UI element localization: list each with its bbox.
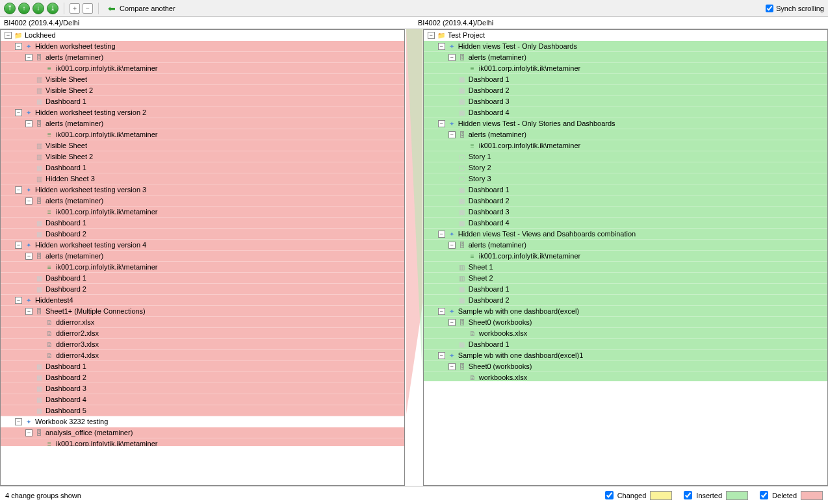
tree-row[interactable]: −✦Hidden views Test - Only Dashboards xyxy=(424,41,827,52)
tree-row[interactable]: 🗎workbooks.xlsx xyxy=(424,328,827,339)
expand-toggle[interactable]: − xyxy=(15,109,22,116)
expand-toggle[interactable]: − xyxy=(25,120,32,127)
expand-toggle[interactable]: − xyxy=(448,54,456,61)
expand-toggle[interactable]: − xyxy=(25,253,32,260)
tree-row[interactable]: ≡ik001.corp.infolytik.ik\metaminer xyxy=(1,129,404,140)
collapse-all-button[interactable]: − xyxy=(83,3,93,14)
tree-row[interactable]: −🗄Sheet0 (workbooks) xyxy=(424,317,827,328)
expand-toggle[interactable]: − xyxy=(438,308,445,315)
tree-row[interactable]: ▦Dashboard 2 xyxy=(424,85,827,96)
tree-row[interactable]: ▦Dashboard 2 xyxy=(1,284,404,295)
tree-row[interactable]: ▦Dashboard 2 xyxy=(424,195,827,207)
tree-row[interactable]: −✦Hidden views Test - Views and Dsahboar… xyxy=(424,229,827,240)
tree-row[interactable]: −🗄alerts (metaminer) xyxy=(1,251,404,262)
expand-toggle[interactable]: − xyxy=(448,319,456,326)
last-diff-button[interactable]: ⤓ xyxy=(47,3,58,14)
expand-toggle[interactable]: − xyxy=(25,429,32,436)
tree-row[interactable]: −🗄Sheet1+ (Multiple Connections) xyxy=(1,306,404,317)
tree-row[interactable]: ≡ik001.corp.infolytik.ik\metaminer xyxy=(1,207,404,218)
tree-row[interactable]: −🗄analysis_office (metaminer) xyxy=(1,427,404,438)
tree-row[interactable]: 🗎ddierror3.xlsx xyxy=(1,339,404,350)
compare-another-link[interactable]: Compare another xyxy=(120,5,175,12)
expand-all-button[interactable]: ＋ xyxy=(70,3,80,14)
tree-row[interactable]: ▥Visible Sheet xyxy=(1,140,404,151)
tree-row[interactable]: ≡ik001.corp.infolytik.ik\metaminer xyxy=(1,63,404,74)
tree-row[interactable]: −🗄alerts (metaminer) xyxy=(1,52,404,63)
tree-row[interactable]: ▦Dashboard 2 xyxy=(1,229,404,240)
tree-row[interactable]: ▦Dashboard 4 xyxy=(1,394,404,405)
tree-row[interactable]: ▦Dashboard 4 xyxy=(424,218,827,229)
tree-row[interactable]: ▦Dashboard 2 xyxy=(424,295,827,306)
expand-toggle[interactable]: − xyxy=(15,418,22,425)
tree-row[interactable]: −🗄alerts (metaminer) xyxy=(424,129,827,140)
tree-row[interactable]: ▦Dashboard 1 xyxy=(424,339,827,350)
tree-row[interactable]: ▦Dashboard 1 xyxy=(424,284,827,295)
tree-row[interactable]: ≡ik001.corp.infolytik.ik\metaminer xyxy=(1,262,404,273)
tree-row[interactable]: −📁Lockheed xyxy=(1,30,404,41)
tree-row[interactable]: ▦Dashboard 4 xyxy=(424,107,827,118)
tree-row[interactable]: −🗄alerts (metaminer) xyxy=(1,195,404,207)
expand-toggle[interactable]: − xyxy=(448,131,456,138)
expand-toggle[interactable]: − xyxy=(25,308,32,315)
tree-row[interactable]: ≡ik001.corp.infolytik.ik\metaminer xyxy=(1,438,404,446)
right-tree[interactable]: −📁Test Project−✦Hidden views Test - Only… xyxy=(424,30,827,381)
tree-row[interactable]: −✦Hidden worksheet testing xyxy=(1,41,404,52)
legend-deleted[interactable]: Deleted xyxy=(760,491,823,500)
left-tree[interactable]: −📁Lockheed−✦Hidden worksheet testing−🗄al… xyxy=(1,30,404,446)
tree-row[interactable]: −✦Hiddentest4 xyxy=(1,295,404,306)
tree-row[interactable]: 🗎workbooks.xlsx xyxy=(424,372,827,381)
tree-row[interactable]: ▦Dashboard 1 xyxy=(424,74,827,85)
tree-row[interactable]: −📁Test Project xyxy=(424,30,827,41)
tree-row[interactable]: ▥Sheet 1 xyxy=(424,262,827,273)
expand-toggle[interactable]: − xyxy=(438,352,445,359)
tree-row[interactable]: −✦Sample wb with one dashboard(excel) xyxy=(424,306,827,317)
tree-row[interactable]: ▢Story 2 xyxy=(424,162,827,173)
tree-row[interactable]: −🗄alerts (metaminer) xyxy=(424,240,827,251)
expand-toggle[interactable]: − xyxy=(25,54,32,61)
legend-changed[interactable]: Changed xyxy=(605,491,673,500)
tree-row[interactable]: ▦Dashboard 3 xyxy=(1,383,404,394)
expand-toggle[interactable]: − xyxy=(438,120,445,127)
tree-row[interactable]: ▦Dashboard 1 xyxy=(1,218,404,229)
tree-row[interactable]: ▢Story 3 xyxy=(424,173,827,184)
expand-toggle[interactable]: − xyxy=(15,186,22,194)
tree-row[interactable]: −🗄alerts (metaminer) xyxy=(424,52,827,63)
expand-toggle[interactable]: − xyxy=(15,242,22,249)
tree-row[interactable]: 🗎ddierror.xlsx xyxy=(1,317,404,328)
tree-row[interactable]: −✦Workbook 3232 testing xyxy=(1,416,404,427)
tree-row[interactable]: ▦Dashboard 1 xyxy=(424,184,827,195)
first-diff-button[interactable]: ⤒ xyxy=(4,3,16,14)
tree-row[interactable]: −🗄Sheet0 (workbooks) xyxy=(424,361,827,372)
tree-row[interactable]: −✦Sample wb with one dashboard(excel)1 xyxy=(424,350,827,361)
expand-toggle[interactable]: − xyxy=(438,43,445,50)
expand-toggle[interactable]: − xyxy=(428,32,435,39)
expand-toggle[interactable]: − xyxy=(25,197,32,205)
tree-row[interactable]: −✦Hidden worksheet testing version 2 xyxy=(1,107,404,118)
tree-row[interactable]: 🗎ddierror4.xlsx xyxy=(1,350,404,361)
tree-row[interactable]: ▦Dashboard 1 xyxy=(1,273,404,284)
tree-row[interactable]: ▦Dashboard 1 xyxy=(1,162,404,173)
next-diff-button[interactable]: ↓ xyxy=(32,3,44,14)
tree-row[interactable]: ▥Visible Sheet 2 xyxy=(1,85,404,96)
expand-toggle[interactable]: − xyxy=(448,363,456,370)
tree-row[interactable]: ▦Dashboard 3 xyxy=(424,96,827,107)
tree-row[interactable]: ≡ik001.corp.infolytik.ik\metaminer xyxy=(424,140,827,151)
legend-inserted[interactable]: Inserted xyxy=(684,491,748,500)
tree-row[interactable]: ▢Story 1 xyxy=(424,151,827,162)
tree-row[interactable]: −🗄alerts (metaminer) xyxy=(1,118,404,129)
expand-toggle[interactable]: − xyxy=(15,43,22,50)
expand-toggle[interactable]: − xyxy=(438,231,445,238)
tree-row[interactable]: ▥Visible Sheet xyxy=(1,74,404,85)
tree-row[interactable]: ▦Dashboard 2 xyxy=(1,372,404,383)
tree-row[interactable]: ▦Dashboard 5 xyxy=(1,405,404,416)
expand-toggle[interactable]: − xyxy=(15,297,22,304)
tree-row[interactable]: ▥Sheet 2 xyxy=(424,273,827,284)
tree-row[interactable]: ≡ik001.corp.infolytik.ik\metaminer xyxy=(424,251,827,262)
tree-row[interactable]: ▦Dashboard 1 xyxy=(1,361,404,372)
tree-row[interactable]: ▥Visible Sheet 2 xyxy=(1,151,404,162)
tree-row[interactable]: ▦Dashboard 3 xyxy=(424,207,827,218)
tree-row[interactable]: ≡ik001.corp.infolytik.ik\metaminer xyxy=(424,63,827,74)
tree-row[interactable]: −✦Hidden worksheet testing version 3 xyxy=(1,184,404,195)
prev-diff-button[interactable]: ↑ xyxy=(18,3,30,14)
tree-row[interactable]: 🗎ddierror2.xlsx xyxy=(1,328,404,339)
